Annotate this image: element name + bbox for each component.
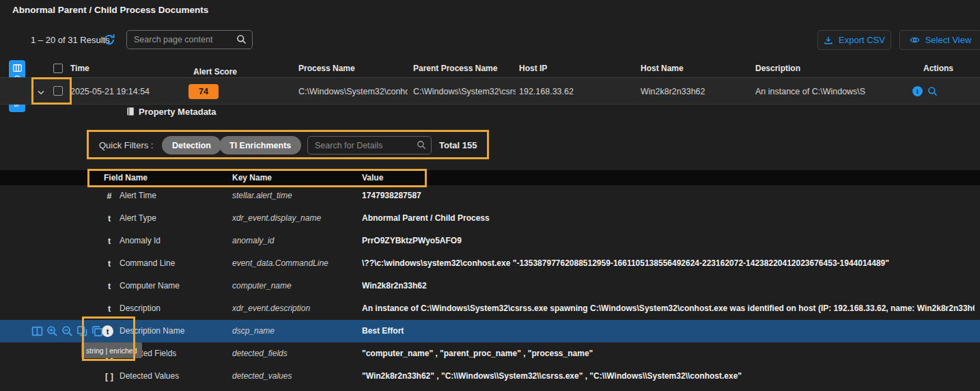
details-search (307, 136, 432, 154)
select-view-button[interactable]: Select View (899, 30, 980, 50)
col-value: Value (362, 173, 383, 183)
field-name: Computer Name (120, 281, 180, 291)
alert-score-badge: 74 (188, 84, 219, 99)
zoom-in-icon[interactable] (46, 325, 58, 337)
col-parent-process-name[interactable]: Parent Process Name (413, 64, 497, 73)
field-name: Command Line (120, 258, 175, 268)
col-host-name[interactable]: Host Name (641, 64, 684, 73)
zoom-out-icon[interactable] (61, 325, 73, 337)
field-value: 1747938287587 (362, 191, 975, 200)
field-value: Abnormal Parent / Child Process (362, 213, 975, 223)
row-hover-toolbar (31, 320, 103, 342)
total-count: Total 155 (439, 140, 477, 150)
col-host-ip[interactable]: Host IP (519, 64, 547, 73)
text-type-icon: t (102, 252, 116, 275)
col-description[interactable]: Description (755, 64, 800, 73)
row-host-ip: 192.168.33.62 (519, 87, 574, 96)
refresh-icon[interactable] (103, 33, 115, 46)
metadata-row[interactable]: [ ] Detected Values detected_values "Win… (0, 365, 980, 388)
metadata-row[interactable]: t Alert Type xdr_event.display_name Abno… (0, 207, 980, 230)
text-type-icon: t (102, 230, 116, 252)
select-view-label: Select View (925, 35, 972, 45)
key-name: stellar.alert_time (232, 191, 292, 200)
text-circle-type-icon: t (102, 325, 113, 337)
key-name: anomaly_id (232, 236, 274, 245)
row-process-name: C:\Windows\System32\conho (298, 87, 408, 96)
sort-desc-icon: ↓ (193, 67, 197, 77)
metadata-row[interactable]: t Description Name dscp_name Best Effort (0, 320, 980, 342)
investigate-icon[interactable] (927, 86, 938, 96)
key-name: detected_fields (232, 349, 288, 358)
quick-filters-label: Quick Filters : (99, 140, 153, 150)
copy-pages-icon[interactable] (92, 325, 103, 337)
col-actions: Actions (923, 64, 953, 73)
field-name: Alert Time (120, 191, 156, 200)
add-column-icon[interactable] (31, 325, 43, 337)
text-type-icon: t (102, 275, 116, 297)
text-type-icon: t (102, 297, 116, 320)
field-name: Description (120, 304, 160, 313)
key-name: xdr_event.display_name (232, 213, 321, 223)
export-csv-button[interactable]: Export CSV (817, 30, 891, 50)
field-value: \??\c:\windows\system32\conhost.exe "-13… (362, 258, 975, 268)
results-count: 1 – 20 of 31 Results (31, 35, 110, 45)
table-header: Time Alert Score ↓ Process Name Parent P… (0, 60, 980, 77)
col-time[interactable]: Time (70, 64, 89, 73)
export-csv-label: Export CSV (839, 35, 885, 45)
type-tooltip: string | enriched (81, 342, 142, 358)
search-icon (236, 34, 247, 44)
key-name: event_data.CommandLine (232, 258, 328, 268)
hash-type-icon: # (102, 185, 116, 207)
field-name: Alert Type (120, 213, 156, 223)
field-value: Best Effort (362, 326, 975, 336)
metadata-row[interactable]: t Computer Name computer_name Win2k8r2n3… (0, 275, 980, 297)
select-all-checkbox[interactable] (53, 64, 63, 73)
metadata-row[interactable]: # Alert Time stellar.alert_time 17479382… (0, 185, 980, 207)
col-field-name: Field Name (104, 173, 148, 183)
filter-detection-button[interactable]: Detection (162, 136, 221, 154)
page-search (126, 30, 253, 49)
metadata-row[interactable]: t Anomaly Id anomaly_id PrrO9ZYBktzPWyo5… (0, 230, 980, 252)
row-checkbox[interactable] (53, 86, 63, 96)
download-icon (824, 36, 833, 45)
chevron-down-icon[interactable] (36, 87, 46, 97)
field-value: PrrO9ZYBktzPWyo5AFO9 (362, 236, 975, 245)
row-parent-process-name: C:\Windows\System32\csrss.e (413, 87, 516, 96)
filter-ti-enrichments-button[interactable]: TI Enrichments (219, 136, 301, 154)
eye-icon (910, 35, 920, 45)
field-value: An instance of C:\Windows\System32\csrss… (362, 304, 975, 313)
page-title: Abnormal Parent / Child Process Document… (12, 5, 208, 15)
text-type-icon: t (102, 207, 116, 230)
col-process-name[interactable]: Process Name (298, 64, 355, 73)
metadata-table-header: Field Name Key Name Value (0, 170, 980, 185)
info-icon[interactable]: i (912, 86, 923, 96)
field-name: Description Name (120, 326, 184, 336)
property-metadata-title: Property Metadata (139, 107, 216, 117)
key-name: xdr_event.description (232, 304, 310, 313)
row-time: 2025-05-21 19:14:54 (70, 87, 150, 96)
key-name: computer_name (232, 281, 292, 291)
metadata-row[interactable]: t Command Line event_data.CommandLine \?… (0, 252, 980, 275)
search-icon (417, 140, 426, 150)
key-name: detected_values (232, 371, 292, 381)
col-key-name: Key Name (232, 173, 272, 183)
field-value: "computer_name" , "parent_proc_name" , "… (362, 349, 975, 358)
table-row[interactable]: 2025-05-21 19:14:54 74 C:\Windows\System… (0, 77, 980, 105)
metadata-rows: # Alert Time stellar.alert_time 17479382… (0, 0, 980, 391)
copy-icon[interactable] (76, 325, 88, 337)
field-name: Anomaly Id (120, 236, 160, 245)
details-search-input[interactable] (307, 136, 432, 154)
field-value: "Win2k8r2n33h62" , "C:\\Windows\\System3… (362, 371, 975, 381)
field-name: Detected Values (120, 371, 179, 381)
key-name: dscp_name (232, 326, 275, 336)
row-description: An instance of C:\Windows\S (755, 87, 911, 96)
row-host-name: Win2k8r2n33h62 (641, 87, 705, 96)
field-value: Win2k8r2n33h62 (362, 281, 975, 291)
page-search-input[interactable] (126, 30, 253, 49)
metadata-row[interactable]: [ ] Detected Fields detected_fields "com… (0, 342, 980, 365)
app-window: Abnormal Parent / Child Process Document… (0, 0, 980, 391)
book-icon (126, 107, 135, 116)
metadata-row[interactable]: t Description xdr_event.description An i… (0, 297, 980, 320)
array-type-icon: [ ] (102, 365, 116, 388)
